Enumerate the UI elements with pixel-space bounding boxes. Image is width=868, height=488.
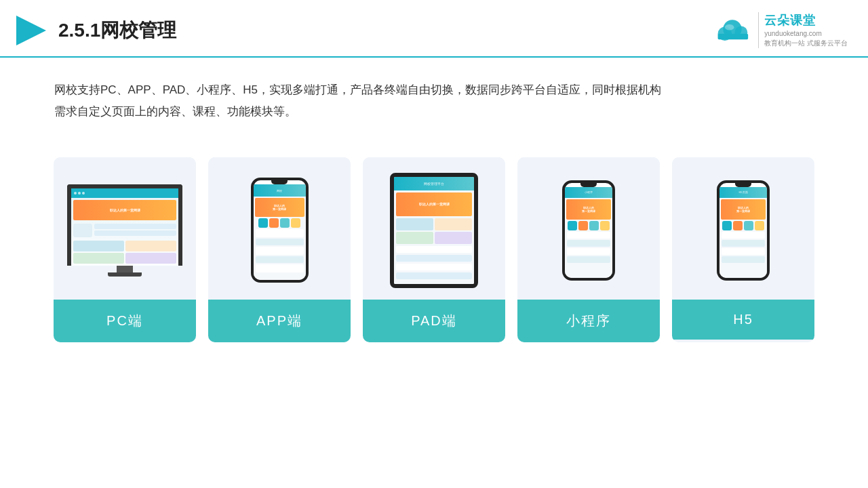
monitor-screen: 职达人的第一堂网课: [67, 184, 182, 266]
logo-text-block: 云朵课堂 yunduoketang.com 教育机构一站 式服务云平台: [758, 12, 848, 48]
svg-point-5: [725, 24, 734, 30]
logo-tagline: 教育机构一站 式服务云平台: [764, 39, 848, 48]
card-h5-image: H5页面 职达人的第一堂网课: [672, 157, 814, 300]
svg-marker-0: [16, 16, 46, 45]
card-pad: 网校管理平台 职达人的第一堂网课: [363, 157, 505, 342]
cards-container: 职达人的第一堂网课: [0, 144, 868, 363]
card-h5: H5页面 职达人的第一堂网课: [672, 157, 814, 342]
cloud-logo-icon: [712, 17, 753, 44]
logo-url: yunduoketang.com: [764, 29, 848, 39]
card-app: 网校 职达人的第一堂网课: [208, 157, 351, 342]
card-pad-label: PAD端: [363, 300, 505, 342]
description-line1: 网校支持PC、APP、PAD、小程序、H5，实现多端打通，产品各终端自由切换，数…: [54, 79, 814, 101]
header: 2.5.1网校管理 云朵课堂 yunduoketang.com 教育机构一站 式…: [0, 0, 868, 58]
phone-mock-mini: 小程序 职达人的第一堂网课: [562, 180, 615, 281]
header-left: 2.5.1网校管理: [14, 13, 176, 48]
card-miniprogram-label: 小程序: [517, 300, 660, 342]
card-pc-image: 职达人的第一堂网课: [54, 157, 196, 300]
monitor-mock: 职达人的第一堂网课: [67, 184, 182, 277]
card-app-label: APP端: [208, 300, 351, 342]
description-block: 网校支持PC、APP、PAD、小程序、H5，实现多端打通，产品各终端自由切换，数…: [0, 58, 868, 137]
card-miniprogram: 小程序 职达人的第一堂网课: [517, 157, 660, 342]
phone-mock-h5: H5页面 职达人的第一堂网课: [717, 180, 770, 281]
logo-area: 云朵课堂 yunduoketang.com 教育机构一站 式服务云平台: [712, 12, 848, 48]
play-icon: [14, 13, 49, 48]
logo-name: 云朵课堂: [764, 12, 848, 29]
phone-mock-app: 网校 职达人的第一堂网课: [251, 178, 309, 283]
card-h5-label: H5: [672, 300, 814, 340]
card-pad-image: 网校管理平台 职达人的第一堂网课: [363, 157, 505, 300]
card-pc-label: PC端: [54, 300, 196, 342]
card-pc: 职达人的第一堂网课: [54, 157, 196, 342]
card-app-image: 网校 职达人的第一堂网课: [208, 157, 351, 300]
card-miniprogram-image: 小程序 职达人的第一堂网课: [517, 157, 660, 300]
svg-rect-4: [718, 33, 749, 39]
page-title: 2.5.1网校管理: [58, 18, 176, 43]
description-line2: 需求自定义页面上的内容、课程、功能模块等。: [54, 101, 814, 123]
tablet-mock: 网校管理平台 职达人的第一堂网课: [390, 173, 478, 288]
